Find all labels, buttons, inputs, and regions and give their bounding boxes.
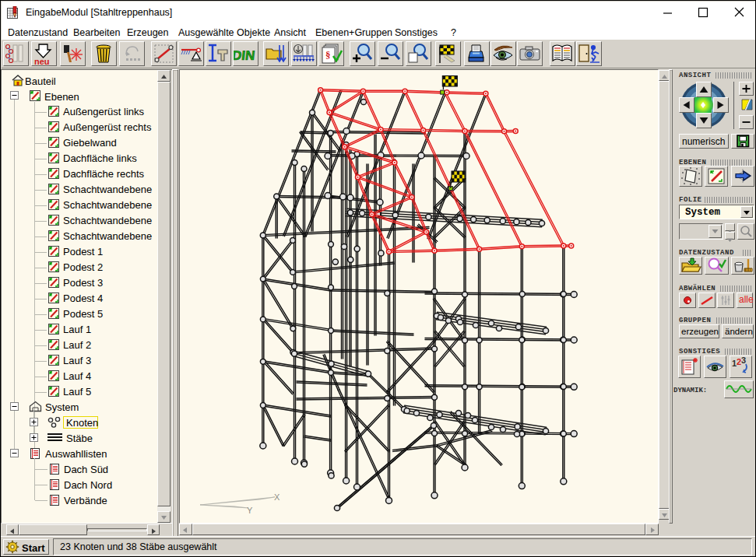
- svg-text:X: X: [274, 492, 280, 502]
- svg-text:DIN: DIN: [234, 48, 255, 63]
- svg-text:3: 3: [741, 356, 746, 365]
- svg-text:Y: Y: [247, 506, 253, 515]
- svg-text:§: §: [325, 49, 331, 61]
- svg-text:neu: neu: [34, 57, 50, 65]
